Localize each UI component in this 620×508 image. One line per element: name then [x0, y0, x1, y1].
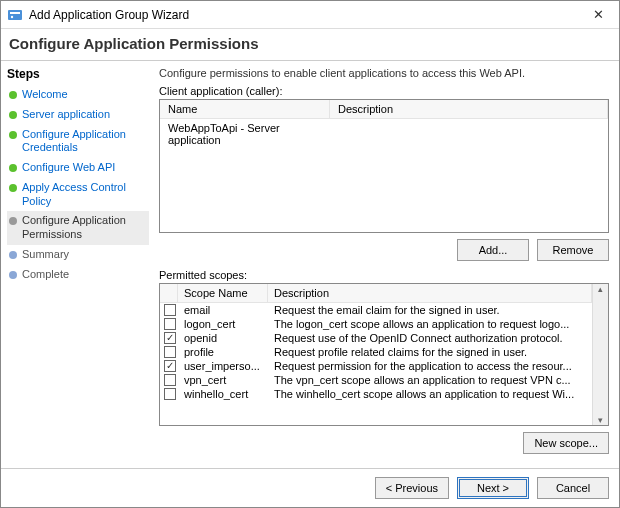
wizard-window: Add Application Group Wizard ✕ Configure…	[0, 0, 620, 508]
scope-row[interactable]: profileRequest profile related claims fo…	[160, 345, 592, 359]
scope-name: profile	[178, 345, 268, 359]
wizard-footer: < Previous Next > Cancel	[1, 468, 619, 507]
col-header-scope-desc[interactable]: Description	[268, 284, 592, 302]
content-area: Configure permissions to enable client a…	[153, 61, 619, 468]
new-scope-button[interactable]: New scope...	[523, 432, 609, 454]
step-item[interactable]: Configure Application Permissions	[7, 211, 149, 245]
steps-sidebar: Steps WelcomeServer applicationConfigure…	[1, 61, 153, 468]
step-label: Apply Access Control Policy	[22, 181, 147, 209]
client-list[interactable]: Name Description WebAppToApi - Server ap…	[159, 99, 609, 233]
step-label: Complete	[22, 268, 69, 282]
col-header-name[interactable]: Name	[160, 100, 330, 118]
svg-rect-1	[10, 12, 20, 14]
client-row[interactable]: WebAppToApi - Server application	[160, 119, 608, 149]
scopes-label: Permitted scopes:	[159, 269, 609, 281]
col-header-description[interactable]: Description	[330, 100, 608, 118]
scope-checkbox[interactable]	[164, 318, 176, 330]
scroll-up-icon[interactable]: ▴	[598, 284, 603, 294]
scope-name: winhello_cert	[178, 387, 268, 401]
step-bullet-icon	[9, 251, 17, 259]
step-item[interactable]: Complete	[7, 265, 149, 285]
step-bullet-icon	[9, 271, 17, 279]
steps-heading: Steps	[7, 67, 149, 81]
scope-row[interactable]: emailRequest the email claim for the sig…	[160, 303, 592, 317]
step-label: Welcome	[22, 88, 68, 102]
client-row-description	[330, 119, 608, 149]
scope-row[interactable]: vpn_certThe vpn_cert scope allows an app…	[160, 373, 592, 387]
step-bullet-icon	[9, 164, 17, 172]
step-bullet-icon	[9, 131, 17, 139]
step-bullet-icon	[9, 217, 17, 225]
close-icon[interactable]: ✕	[583, 5, 613, 25]
step-item[interactable]: Configure Application Credentials	[7, 125, 149, 159]
scopes-list[interactable]: Scope Name Description emailRequest the …	[159, 283, 609, 426]
page-header: Configure Application Permissions	[1, 29, 619, 58]
svg-point-2	[11, 15, 13, 17]
scope-checkbox[interactable]	[164, 388, 176, 400]
scope-description: The vpn_cert scope allows an application…	[268, 373, 592, 387]
app-icon	[7, 7, 23, 23]
scopes-scrollbar[interactable]: ▴ ▾	[592, 284, 608, 425]
scopes-buttons: New scope...	[159, 426, 609, 462]
scopes-header: Scope Name Description	[160, 284, 592, 303]
client-list-header: Name Description	[160, 100, 608, 119]
step-label: Configure Web API	[22, 161, 115, 175]
scope-checkbox[interactable]	[164, 360, 176, 372]
scope-name: vpn_cert	[178, 373, 268, 387]
step-label: Configure Application Permissions	[22, 214, 147, 242]
step-label: Server application	[22, 108, 110, 122]
previous-button[interactable]: < Previous	[375, 477, 449, 499]
scope-description: The winhello_cert scope allows an applic…	[268, 387, 592, 401]
step-item[interactable]: Summary	[7, 245, 149, 265]
scope-description: Request permission for the application t…	[268, 359, 592, 373]
body: Steps WelcomeServer applicationConfigure…	[1, 61, 619, 468]
step-bullet-icon	[9, 91, 17, 99]
scope-name: logon_cert	[178, 317, 268, 331]
intro-text: Configure permissions to enable client a…	[159, 67, 609, 79]
client-buttons: Add... Remove	[159, 233, 609, 269]
scope-row[interactable]: winhello_certThe winhello_cert scope all…	[160, 387, 592, 401]
step-item[interactable]: Configure Web API	[7, 158, 149, 178]
scope-name: openid	[178, 331, 268, 345]
scope-checkbox[interactable]	[164, 374, 176, 386]
titlebar: Add Application Group Wizard ✕	[1, 1, 619, 29]
scope-row[interactable]: openidRequest use of the OpenID Connect …	[160, 331, 592, 345]
scope-description: Request use of the OpenID Connect author…	[268, 331, 592, 345]
col-header-check	[160, 284, 178, 302]
step-item[interactable]: Welcome	[7, 85, 149, 105]
scope-name: email	[178, 303, 268, 317]
scope-description: The logon_cert scope allows an applicati…	[268, 317, 592, 331]
scope-description: Request profile related claims for the s…	[268, 345, 592, 359]
col-header-scope-name[interactable]: Scope Name	[178, 284, 268, 302]
step-item[interactable]: Server application	[7, 105, 149, 125]
remove-button[interactable]: Remove	[537, 239, 609, 261]
scope-description: Request the email claim for the signed i…	[268, 303, 592, 317]
step-label: Summary	[22, 248, 69, 262]
scope-name: user_imperso...	[178, 359, 268, 373]
step-bullet-icon	[9, 111, 17, 119]
window-title: Add Application Group Wizard	[29, 8, 583, 22]
scope-row[interactable]: user_imperso...Request permission for th…	[160, 359, 592, 373]
scope-checkbox[interactable]	[164, 304, 176, 316]
step-label: Configure Application Credentials	[22, 128, 147, 156]
svg-rect-0	[8, 10, 22, 20]
scope-checkbox[interactable]	[164, 346, 176, 358]
scope-checkbox[interactable]	[164, 332, 176, 344]
page-title: Configure Application Permissions	[9, 35, 611, 52]
scroll-down-icon[interactable]: ▾	[598, 415, 603, 425]
next-button[interactable]: Next >	[457, 477, 529, 499]
cancel-button[interactable]: Cancel	[537, 477, 609, 499]
add-button[interactable]: Add...	[457, 239, 529, 261]
scope-row[interactable]: logon_certThe logon_cert scope allows an…	[160, 317, 592, 331]
step-bullet-icon	[9, 184, 17, 192]
client-row-name: WebAppToApi - Server application	[160, 119, 330, 149]
step-item[interactable]: Apply Access Control Policy	[7, 178, 149, 212]
client-label: Client application (caller):	[159, 85, 609, 97]
